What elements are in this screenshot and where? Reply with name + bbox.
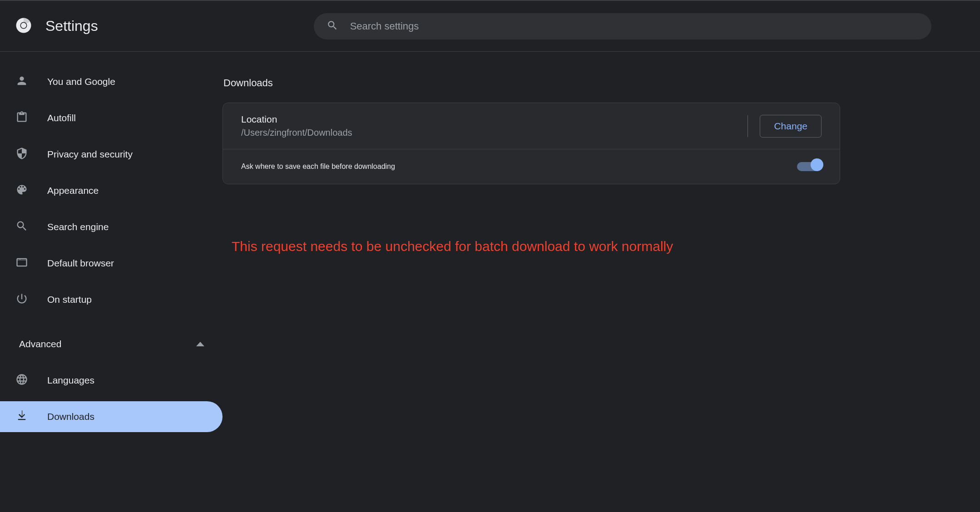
location-text: Location /Users/zingfront/Downloads [241,114,352,138]
sidebar-item-label: You and Google [47,76,115,87]
sidebar-item-you-and-google[interactable]: You and Google [0,66,223,97]
ask-where-label: Ask where to save each file before downl… [241,162,395,171]
sidebar-item-label: Default browser [47,258,114,269]
sidebar-item-label: Privacy and security [47,149,133,160]
sidebar-item-label: Downloads [47,411,94,422]
location-label: Location [241,114,352,125]
section-title: Downloads [223,77,980,89]
sidebar-advanced-toggle[interactable]: Advanced [0,329,223,359]
sidebar-item-search-engine[interactable]: Search engine [0,212,223,242]
search-input[interactable] [350,20,919,32]
annotation-warning-text: This request needs to be unchecked for b… [232,239,980,254]
sidebar-item-autofill[interactable]: Autofill [0,103,223,133]
clipboard-icon [15,111,28,126]
header-title-group: Settings [15,17,98,35]
palette-icon [15,183,28,198]
download-icon [15,409,28,424]
sidebar: You and Google Autofill Privacy and secu… [0,52,223,511]
person-icon [15,74,28,89]
sidebar-item-label: On startup [47,294,92,305]
advanced-label: Advanced [19,339,61,350]
sidebar-item-default-browser[interactable]: Default browser [0,248,223,279]
sidebar-item-on-startup[interactable]: On startup [0,284,223,315]
vertical-divider [747,115,748,137]
globe-icon [15,373,28,388]
chevron-up-icon [196,342,204,346]
search-icon [327,20,338,33]
power-icon [15,292,28,307]
sidebar-item-privacy[interactable]: Privacy and security [0,139,223,170]
location-path: /Users/zingfront/Downloads [241,128,352,138]
sidebar-item-label: Appearance [47,185,99,196]
sidebar-item-label: Autofill [47,113,76,123]
downloads-card: Location /Users/zingfront/Downloads Chan… [223,103,840,184]
location-row: Location /Users/zingfront/Downloads Chan… [223,103,840,149]
ask-where-row: Ask where to save each file before downl… [223,149,840,184]
search-container[interactable] [314,13,931,39]
chrome-logo-icon [15,17,32,35]
sidebar-item-appearance[interactable]: Appearance [0,175,223,206]
sidebar-item-languages[interactable]: Languages [0,365,223,396]
browser-icon [15,256,28,271]
ask-where-toggle[interactable] [797,160,822,173]
sidebar-item-downloads[interactable]: Downloads [0,401,223,432]
main-content: Downloads Location /Users/zingfront/Down… [223,52,980,511]
sidebar-item-label: Search engine [47,222,109,232]
page-title: Settings [45,18,98,34]
change-location-button[interactable]: Change [760,115,822,138]
sidebar-item-label: Languages [47,375,94,386]
shield-icon [15,147,28,162]
app-header: Settings [0,1,980,52]
search-icon [15,220,28,235]
